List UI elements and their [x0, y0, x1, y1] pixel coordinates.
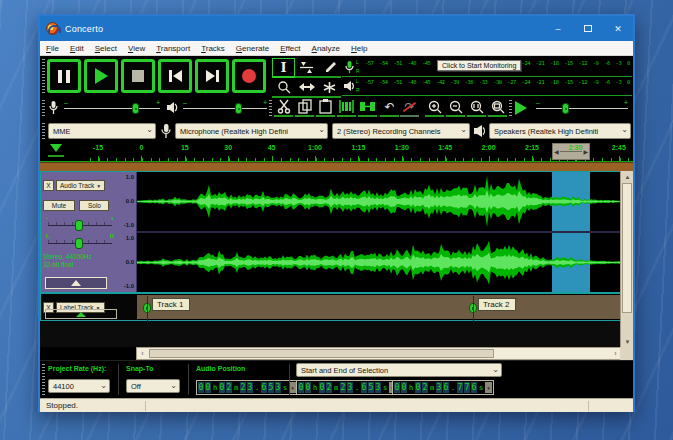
play-at-speed-button[interactable]: [515, 101, 527, 115]
recording-volume-slider[interactable]: –+: [64, 99, 160, 117]
redo-button[interactable]: ↷: [400, 98, 419, 117]
solo-button[interactable]: Solo: [79, 200, 109, 211]
menu-item-view[interactable]: View: [128, 44, 145, 53]
horizontal-scroll-thumb[interactable]: [149, 349, 494, 358]
audio-track-menu-button[interactable]: Audio Track: [56, 180, 105, 191]
play-speed-slider[interactable]: –+: [536, 99, 628, 117]
undo-button[interactable]: ↶: [380, 98, 399, 117]
waveform-display[interactable]: [137, 172, 623, 292]
menu-item-edit[interactable]: Edit: [70, 44, 84, 53]
multi-tool-button[interactable]: [318, 78, 341, 98]
track-label[interactable]: Track 2: [469, 298, 516, 313]
menu-item-help[interactable]: Help: [351, 44, 367, 53]
close-button[interactable]: ✕: [603, 16, 633, 41]
fit-selection-button[interactable]: [467, 98, 486, 117]
menu-item-transport[interactable]: Transport: [156, 44, 190, 53]
zoom-out-button[interactable]: [446, 98, 465, 117]
timeshift-tool-button[interactable]: [295, 78, 318, 98]
play-at-speed-grip[interactable]: [509, 100, 512, 118]
menu-item-tracks[interactable]: Tracks: [201, 44, 225, 53]
play-button[interactable]: [84, 59, 118, 93]
recording-channels-select[interactable]: 2 (Stereo) Recording Channels: [332, 123, 470, 139]
label-track-collapse-button[interactable]: [45, 309, 117, 319]
playback-meter[interactable]: LR -57-54-51-48-45-42-39-36-33-30-27-24-…: [342, 77, 632, 96]
label-marker-icon[interactable]: [469, 303, 477, 313]
horizontal-scrollbar[interactable]: ‹ ›: [136, 347, 622, 360]
fit-project-button[interactable]: [488, 98, 507, 117]
stop-button[interactable]: [121, 59, 155, 93]
minimize-button[interactable]: –: [543, 16, 573, 41]
transport-toolbar-grip[interactable]: [42, 59, 45, 95]
time-digit: 7: [457, 382, 463, 393]
scroll-up-icon[interactable]: ▲: [621, 171, 634, 182]
label-track[interactable]: XLabel Track Track 1Track 2: [40, 293, 622, 321]
project-rate-select[interactable]: 44100: [48, 379, 110, 393]
edit-toolbar-grip[interactable]: [269, 100, 272, 118]
vertical-scale-ruler[interactable]: 1.00.0-1.0 1.00.0-1.0: [119, 172, 137, 292]
selection-toolbar-grip[interactable]: [42, 364, 45, 395]
mute-button[interactable]: Mute: [43, 200, 75, 211]
audio-host-select[interactable]: MME: [48, 123, 156, 139]
record-button[interactable]: [232, 59, 266, 93]
pause-button[interactable]: [47, 59, 81, 93]
menu-item-file[interactable]: File: [46, 44, 59, 53]
cut-button[interactable]: [274, 98, 293, 117]
menu-item-analyze[interactable]: Analyze: [312, 44, 340, 53]
timeline-ruler[interactable]: ◀▶ -1501530451:001:151:301:452:002:152:3…: [40, 142, 633, 162]
playback-device-select[interactable]: Speakers (Realtek High Definiti: [489, 123, 631, 139]
envelope-tool-button[interactable]: [295, 58, 318, 78]
waveform-canvas[interactable]: [137, 233, 623, 292]
silence-audio-button[interactable]: [358, 98, 377, 117]
menu-item-effect[interactable]: Effect: [280, 44, 300, 53]
paste-button[interactable]: [316, 98, 335, 117]
recording-device-select[interactable]: Microphone (Realtek High Defini: [175, 123, 328, 139]
scroll-left-icon[interactable]: ‹: [137, 348, 148, 359]
scroll-down-icon[interactable]: ▼: [621, 336, 634, 347]
scrub-bar[interactable]: [40, 162, 633, 171]
audio-track-close-button[interactable]: X: [43, 180, 54, 191]
time-field-caret-icon[interactable]: ▾: [485, 382, 492, 393]
skip-to-end-button[interactable]: [195, 59, 229, 93]
label-band[interactable]: Track 1Track 2: [137, 295, 623, 319]
ruler-minor-tick: [628, 158, 629, 161]
recording-channel-l: L: [356, 60, 363, 65]
selection-end-field[interactable]: 00h02m36.776s▾: [392, 380, 494, 395]
selection-tool-button[interactable]: I: [272, 58, 295, 78]
vertical-scroll-thumb[interactable]: [622, 183, 632, 313]
zoom-in-button[interactable]: [425, 98, 444, 117]
ruler-minor-tick: [602, 158, 603, 161]
track-label[interactable]: Track 1: [143, 298, 190, 313]
ruler-minor-tick: [411, 158, 412, 161]
zoom-tool-button[interactable]: [272, 78, 295, 98]
time-field-caret-icon[interactable]: ▾: [289, 382, 296, 393]
copy-button[interactable]: [295, 98, 314, 117]
audio-track-collapse-button[interactable]: [45, 277, 107, 289]
playback-volume-slider[interactable]: –+: [183, 99, 267, 117]
waveform-right-channel[interactable]: [137, 233, 623, 292]
waveform-left-channel[interactable]: [137, 172, 623, 231]
waveform-canvas[interactable]: [137, 172, 623, 231]
label-marker-icon[interactable]: [143, 303, 151, 313]
title-bar[interactable]: Concerto – ✕: [40, 16, 633, 41]
audio-track[interactable]: XAudio Track Mute Solo -+ LR: [40, 171, 622, 293]
timeline-triangle-marker[interactable]: [50, 144, 62, 152]
vertical-scrollbar[interactable]: ▲ ▼: [620, 171, 633, 347]
trim-audio-button[interactable]: [337, 98, 356, 117]
time-unit: m: [429, 382, 435, 393]
device-toolbar-grip[interactable]: [42, 123, 45, 139]
audio-position-field[interactable]: 00h02m23.653s▾: [196, 380, 298, 395]
menu-item-generate[interactable]: Generate: [236, 44, 269, 53]
skip-to-start-button[interactable]: [158, 59, 192, 93]
monitoring-tooltip[interactable]: Click to Start Monitoring: [437, 60, 521, 71]
play-icon: [95, 68, 108, 84]
maximize-button[interactable]: [573, 16, 603, 41]
pan-slider[interactable]: LR: [46, 233, 114, 249]
selection-start-field[interactable]: 00h02m23.653s▾: [296, 380, 398, 395]
selection-mode-select[interactable]: Start and End of Selection: [296, 363, 502, 377]
snap-to-select[interactable]: Off: [126, 379, 180, 393]
mixer-toolbar-grip[interactable]: [42, 100, 45, 118]
recording-meter[interactable]: LR -57-54-51-48-45-42-39-36-33-30-27-24-…: [342, 58, 632, 77]
menu-item-select[interactable]: Select: [95, 44, 117, 53]
gain-slider[interactable]: -+: [46, 215, 114, 231]
draw-tool-button[interactable]: [318, 58, 341, 78]
